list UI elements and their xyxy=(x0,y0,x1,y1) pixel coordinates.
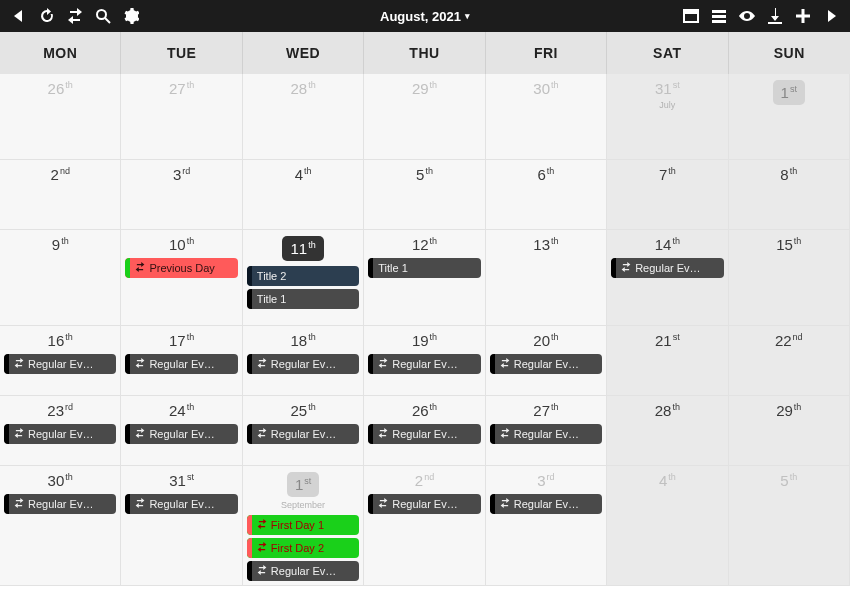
event-chip[interactable]: Regular Ev… xyxy=(247,561,359,581)
calendar-cell[interactable]: 25thRegular Ev… xyxy=(243,396,364,466)
calendar-cell[interactable]: 29th xyxy=(364,74,485,160)
event-chip[interactable]: Regular Ev… xyxy=(368,424,480,444)
calendar-cell[interactable]: 3rd xyxy=(121,160,242,230)
calendar-cell[interactable]: 22nd xyxy=(729,326,850,396)
exchange-icon xyxy=(621,262,631,274)
gear-icon[interactable] xyxy=(122,7,140,25)
month-label: August, 2021 xyxy=(380,9,461,24)
add-button[interactable] xyxy=(794,7,812,25)
event-chip[interactable]: Regular Ev… xyxy=(4,424,116,444)
dow-sat: SAT xyxy=(607,32,728,74)
calendar-cell[interactable]: 1st xyxy=(729,74,850,160)
event-label: Regular Ev… xyxy=(28,498,110,510)
event-chip[interactable]: Regular Ev… xyxy=(125,354,237,374)
calendar-cell[interactable]: 13th xyxy=(486,230,607,326)
calendar-cell[interactable]: 31stRegular Ev… xyxy=(121,466,242,586)
calendar-cell[interactable]: 23rdRegular Ev… xyxy=(0,396,121,466)
month-picker[interactable]: August, 2021 ▾ xyxy=(380,9,470,24)
next-button[interactable] xyxy=(822,7,840,25)
event-label: Regular Ev… xyxy=(28,428,110,440)
event-chip[interactable]: Regular Ev… xyxy=(247,424,359,444)
day-number: 28th xyxy=(247,80,359,99)
day-number: 27th xyxy=(490,402,602,421)
search-icon[interactable] xyxy=(94,7,112,25)
prev-button[interactable] xyxy=(10,7,28,25)
calendar-cell[interactable]: 29th xyxy=(729,396,850,466)
event-chip[interactable]: Regular Ev… xyxy=(490,354,602,374)
calendar-cell[interactable]: 28th xyxy=(243,74,364,160)
calendar-cell[interactable]: 8th xyxy=(729,160,850,230)
month-sublabel: September xyxy=(247,500,359,510)
event-chip[interactable]: Regular Ev… xyxy=(368,354,480,374)
calendar-cell[interactable]: 21st xyxy=(607,326,728,396)
event-label: Regular Ev… xyxy=(392,358,474,370)
calendar-cell[interactable]: 24thRegular Ev… xyxy=(121,396,242,466)
event-label: Regular Ev… xyxy=(392,498,474,510)
event-chip[interactable]: Regular Ev… xyxy=(368,494,480,514)
calendar-cell[interactable]: 27th xyxy=(121,74,242,160)
visibility-icon[interactable] xyxy=(738,7,756,25)
calendar-cell[interactable]: 9th xyxy=(0,230,121,326)
month-sublabel: July xyxy=(611,100,723,110)
calendar-cell[interactable]: 17thRegular Ev… xyxy=(121,326,242,396)
calendar-cell[interactable]: 3rdRegular Ev… xyxy=(486,466,607,586)
calendar-cell[interactable]: 27thRegular Ev… xyxy=(486,396,607,466)
calendar-cell[interactable]: 31stJuly xyxy=(607,74,728,160)
event-chip[interactable]: Regular Ev… xyxy=(490,424,602,444)
calendar-cell[interactable]: 14thRegular Ev… xyxy=(607,230,728,326)
day-number: 18th xyxy=(247,332,359,351)
calendar-cell[interactable]: 1stSeptemberFirst Day 1First Day 2Regula… xyxy=(243,466,364,586)
event-chip[interactable]: Previous Day xyxy=(125,258,237,278)
toolbar-left xyxy=(0,7,140,25)
calendar-cell[interactable]: 11thTitle 2Title 1 xyxy=(243,230,364,326)
event-chip[interactable]: Regular Ev… xyxy=(125,494,237,514)
event-chip[interactable]: Regular Ev… xyxy=(4,354,116,374)
exchange-icon xyxy=(257,519,267,531)
day-number: 11th xyxy=(247,236,359,263)
event-chip[interactable]: First Day 2 xyxy=(247,538,359,558)
calendar-cell[interactable]: 7th xyxy=(607,160,728,230)
event-chip[interactable]: Title 1 xyxy=(247,289,359,309)
calendar-cell[interactable]: 2ndRegular Ev… xyxy=(364,466,485,586)
exchange-icon xyxy=(135,262,145,274)
calendar-cell[interactable]: 16thRegular Ev… xyxy=(0,326,121,396)
event-chip[interactable]: Regular Ev… xyxy=(611,258,723,278)
calendar-cell[interactable]: 20thRegular Ev… xyxy=(486,326,607,396)
download-icon[interactable] xyxy=(766,7,784,25)
event-chip[interactable]: Regular Ev… xyxy=(247,354,359,374)
event-chip[interactable]: Regular Ev… xyxy=(490,494,602,514)
calendar-cell[interactable]: 4th xyxy=(243,160,364,230)
calendar-cell[interactable]: 19thRegular Ev… xyxy=(364,326,485,396)
calendar-cell[interactable]: 26thRegular Ev… xyxy=(364,396,485,466)
calendar-cell[interactable]: 4th xyxy=(607,466,728,586)
calendar-cell[interactable]: 18thRegular Ev… xyxy=(243,326,364,396)
calendar-cell[interactable]: 30th xyxy=(486,74,607,160)
event-chip[interactable]: Regular Ev… xyxy=(125,424,237,444)
event-chip[interactable]: Title 1 xyxy=(368,258,480,278)
refresh-icon[interactable] xyxy=(38,7,56,25)
calendar-cell[interactable]: 2nd xyxy=(0,160,121,230)
day-number: 15th xyxy=(733,236,845,255)
event-chip[interactable]: Title 2 xyxy=(247,266,359,286)
event-chip[interactable]: Regular Ev… xyxy=(4,494,116,514)
window-icon[interactable] xyxy=(682,7,700,25)
day-number: 8th xyxy=(733,166,845,185)
calendar-cell[interactable]: 28th xyxy=(607,396,728,466)
event-label: Regular Ev… xyxy=(514,358,596,370)
calendar-cell[interactable]: 26th xyxy=(0,74,121,160)
calendar-cell[interactable]: 15th xyxy=(729,230,850,326)
day-number: 1st xyxy=(733,80,845,107)
calendar-cell[interactable]: 30thRegular Ev… xyxy=(0,466,121,586)
rows-icon[interactable] xyxy=(710,7,728,25)
svg-rect-5 xyxy=(712,10,726,13)
calendar-cell[interactable]: 12thTitle 1 xyxy=(364,230,485,326)
exchange-icon[interactable] xyxy=(66,7,84,25)
calendar-cell[interactable]: 5th xyxy=(729,466,850,586)
calendar-cell[interactable]: 10thPrevious Day xyxy=(121,230,242,326)
event-chip[interactable]: First Day 1 xyxy=(247,515,359,535)
calendar-cell[interactable]: 5th xyxy=(364,160,485,230)
exchange-icon xyxy=(14,428,24,440)
calendar-cell[interactable]: 6th xyxy=(486,160,607,230)
exchange-icon xyxy=(500,428,510,440)
event-label: Regular Ev… xyxy=(149,358,231,370)
